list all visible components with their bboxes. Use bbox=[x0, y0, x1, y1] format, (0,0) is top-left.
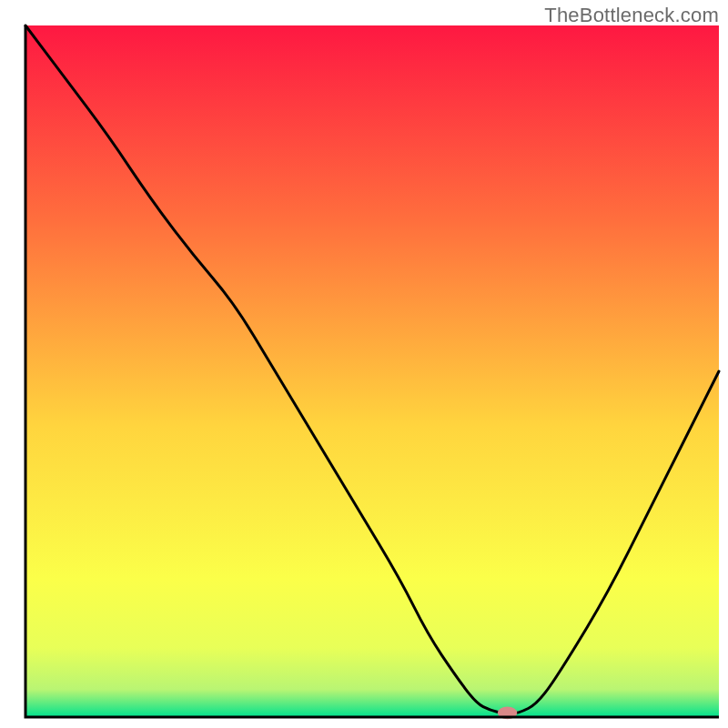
watermark-label: TheBottleneck.com bbox=[544, 4, 719, 27]
plot-background bbox=[25, 25, 719, 717]
chart-svg bbox=[0, 0, 728, 728]
chart-container: { "watermark": "TheBottleneck.com", "col… bbox=[0, 0, 728, 728]
